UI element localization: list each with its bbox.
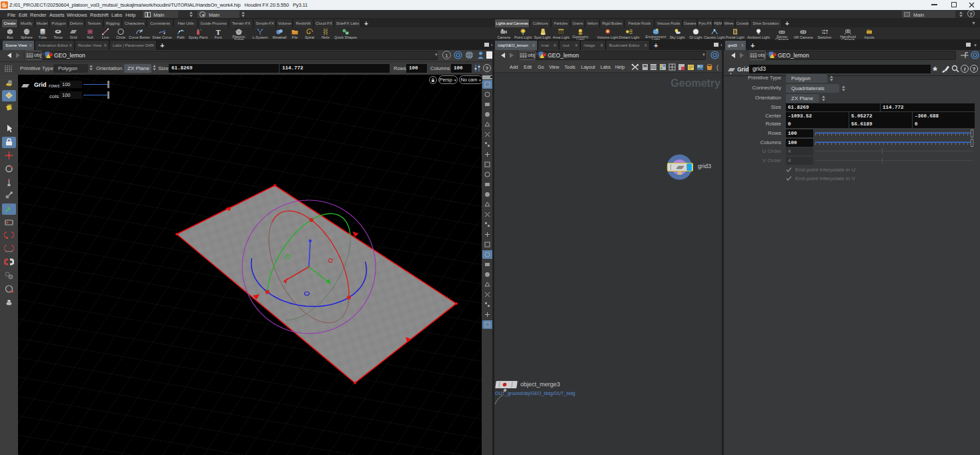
svg-text:T: T [216,29,221,36]
